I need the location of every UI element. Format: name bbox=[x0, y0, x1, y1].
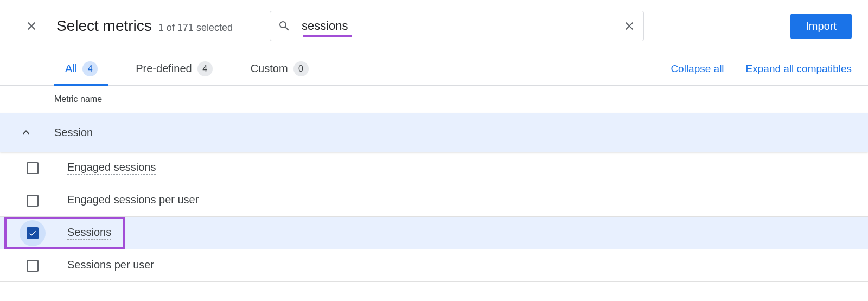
clear-search-button[interactable] bbox=[623, 20, 636, 33]
tab-actions: Collapse all Expand all compatibles bbox=[671, 63, 852, 75]
search-highlight-underline bbox=[303, 35, 352, 37]
row-checkbox[interactable] bbox=[27, 162, 39, 174]
row-label: Sessions per user bbox=[67, 259, 154, 272]
row-label: Engaged sessions per user bbox=[67, 194, 199, 207]
dialog-title: Select metrics bbox=[56, 17, 152, 35]
close-icon bbox=[623, 20, 636, 33]
group-header-session[interactable]: Session bbox=[0, 113, 868, 152]
tab-predefined[interactable]: Pre-defined 4 bbox=[125, 52, 223, 85]
import-button[interactable]: Import bbox=[790, 14, 852, 39]
row-checkbox[interactable] bbox=[27, 260, 39, 272]
dialog-header: Select metrics 1 of 171 selected Import bbox=[0, 0, 868, 52]
group-title: Session bbox=[54, 126, 93, 139]
title-group: Select metrics 1 of 171 selected bbox=[56, 17, 233, 35]
tabs-row: All 4 Pre-defined 4 Custom 0 Collapse al… bbox=[0, 52, 868, 86]
check-icon bbox=[28, 229, 37, 238]
search-icon bbox=[278, 20, 291, 33]
chevron-up-icon bbox=[20, 126, 33, 139]
row-checkbox[interactable] bbox=[27, 227, 39, 239]
rows-container: Engaged sessions Engaged sessions per us… bbox=[0, 152, 868, 282]
tab-badge: 0 bbox=[293, 61, 309, 76]
tab-label: Custom bbox=[251, 62, 288, 75]
table-row[interactable]: Engaged sessions per user bbox=[0, 184, 868, 217]
tab-label: All bbox=[65, 62, 77, 75]
tab-badge: 4 bbox=[197, 61, 213, 76]
search-input[interactable] bbox=[302, 19, 623, 33]
close-button[interactable] bbox=[22, 16, 41, 36]
tab-custom[interactable]: Custom 0 bbox=[240, 52, 320, 85]
tab-label: Pre-defined bbox=[136, 62, 192, 75]
row-label: Sessions bbox=[67, 226, 111, 240]
expand-all-button[interactable]: Expand all compatibles bbox=[746, 63, 852, 75]
close-icon bbox=[25, 20, 38, 33]
tab-badge: 4 bbox=[82, 61, 98, 76]
table-row[interactable]: Sessions per user bbox=[0, 249, 868, 282]
table-row[interactable]: Sessions bbox=[0, 217, 868, 249]
row-checkbox[interactable] bbox=[27, 195, 39, 207]
selection-count: 1 of 171 selected bbox=[158, 22, 233, 34]
column-header-metric-name: Metric name bbox=[0, 86, 868, 113]
tab-all[interactable]: All 4 bbox=[54, 52, 108, 85]
search-box[interactable] bbox=[270, 11, 644, 41]
collapse-all-button[interactable]: Collapse all bbox=[671, 63, 724, 75]
row-label: Engaged sessions bbox=[67, 161, 156, 175]
table-row[interactable]: Engaged sessions bbox=[0, 152, 868, 184]
